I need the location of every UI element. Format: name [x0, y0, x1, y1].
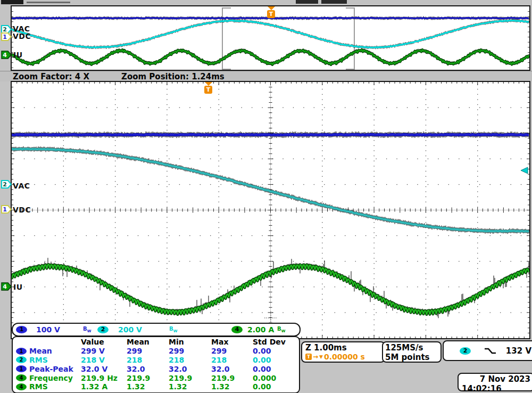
measurement-std: 0.00 [253, 365, 299, 373]
zoom-label-vac: VAC [13, 182, 30, 190]
measurement-min: 218 [169, 356, 211, 364]
horizontal-settings-box[interactable]: Z 1.00ms T→▼0.00000 s [301, 341, 385, 363]
ch1-badge: 1 [16, 365, 27, 372]
trigger-position-readout: T→▼0.00000 s [305, 353, 381, 361]
header-bar [0, 0, 532, 5]
time-value: 14:02:16 [462, 384, 530, 393]
ch4-position-marker[interactable]: 4 [1, 282, 12, 291]
zoom-waveform-panel[interactable]: T [11, 81, 530, 339]
oscilloscope-screen: T 2 1 4 VAC VDC IU Zoom Factor: 4 X Zoom… [0, 0, 532, 393]
measurement-std: 0.00 [253, 347, 299, 355]
ch4-badge: 4 [16, 374, 27, 381]
measurement-value: 299 V [81, 347, 127, 355]
col-mean: Mean [127, 338, 169, 346]
trigger-source-badge: 2 [460, 347, 471, 355]
ch1-position-marker[interactable]: 1 [1, 32, 12, 41]
measurement-max: 32.0 [211, 365, 253, 373]
measurement-std: 0.00 [253, 356, 299, 364]
ch4-tag-digit: 4 [3, 52, 7, 59]
measurement-row-name[interactable]: 2RMS [14, 356, 81, 364]
measurement-std: 0.00 [253, 382, 299, 391]
col-std: Std Dev [253, 338, 299, 346]
trigger-t-icon: T [305, 354, 312, 360]
trigger-position-icon[interactable] [205, 82, 212, 86]
measurement-min: 299 [169, 347, 211, 355]
zoom-scale-readout: Z 1.00ms [305, 343, 381, 353]
ch1-badge: 1 [16, 348, 27, 355]
zoom-factor-label: Zoom Factor: 4 X [13, 72, 89, 81]
ch1-tag-digit: 1 [3, 206, 7, 213]
measurement-mean: 219.9 [127, 374, 169, 382]
measurement-std: 0.000 [253, 374, 299, 382]
sample-rate: 125MS/s [385, 343, 438, 353]
zoom-waveforms [12, 82, 529, 338]
triangle-down-icon: ▼ [319, 354, 323, 359]
ch4-tag-digit: 4 [3, 283, 7, 290]
ch2-badge[interactable]: 2 [97, 326, 109, 333]
ch2-position-marker[interactable]: 2 [1, 180, 12, 189]
zoom-label-vdc: VDC [13, 206, 31, 214]
datetime-box[interactable]: 7 Nov 2023 14:02:16 [458, 373, 532, 391]
measurement-mean: 299 [127, 347, 169, 355]
header-clipped-text [296, 0, 318, 4]
ch1-tag-digit: 1 [3, 34, 7, 40]
col-min: Min [169, 338, 211, 346]
measurement-value: 219.9 Hz [81, 374, 127, 382]
measurement-max: 1.32 [211, 382, 253, 391]
ch2-scale[interactable]: 200 V [118, 325, 142, 334]
trigger-position-icon[interactable] [268, 6, 275, 10]
ch4-bandwidth-icon: BW [277, 326, 285, 333]
measurement-row-name[interactable]: 1Peak-Peak [14, 365, 81, 373]
measurement-min: 1.32 [169, 382, 211, 391]
channel-scale-readout: 1 100 V BW 2 200 V BW 4 2.00 A BW [12, 323, 301, 337]
ch1-badge[interactable]: 1 [16, 326, 27, 333]
measurement-value: 1.32 A [81, 382, 127, 391]
measurement-mean: 1.32 [127, 382, 169, 391]
measurement-min: 32.0 [169, 365, 211, 373]
falling-edge-icon [484, 347, 497, 355]
measurement-row-name[interactable]: 4RMS [14, 382, 81, 391]
measurement-max: 219.9 [211, 374, 253, 382]
trigger-level-arrow[interactable] [520, 167, 528, 174]
zoom-position-label: Zoom Position: 1.24ms [121, 72, 225, 81]
trigger-position-marker[interactable]: T [267, 10, 275, 18]
overview-label-iu: IU [13, 51, 23, 59]
arrow-right-icon: → [313, 353, 318, 361]
measurement-mean: 32.0 [127, 365, 169, 373]
ch1-position-marker[interactable]: 1 [1, 205, 12, 214]
measurement-row-name[interactable]: 4Frequency [14, 374, 81, 382]
header-clipped-text [1, 0, 23, 4]
col-max: Max [211, 338, 253, 346]
measurement-min: 219.9 [169, 374, 211, 382]
measurement-table[interactable]: Value Mean Min Max Std Dev 1Mean 299 V 2… [12, 336, 300, 393]
overview-waveform-panel[interactable]: T [11, 5, 530, 71]
acquisition-box[interactable]: 125MS/s 5M points [382, 341, 442, 363]
ch1-bandwidth-icon: BW [83, 326, 91, 333]
measurement-mean: 218 [127, 356, 169, 364]
ch4-scale[interactable]: 2.00 A [247, 325, 274, 334]
ch4-badge[interactable]: 4 [231, 326, 243, 333]
zoom-label-iu: IU [13, 283, 23, 291]
measurement-max: 299 [211, 347, 253, 355]
ch1-scale[interactable]: 100 V [36, 325, 60, 334]
measurement-value: 218 V [81, 356, 127, 364]
trigger-level-value: 132 V [506, 346, 531, 356]
ch2-tag-digit: 2 [3, 181, 7, 188]
ch2-bandwidth-icon: BW [169, 326, 177, 333]
record-length: 5M points [385, 353, 438, 362]
trigger-settings-box[interactable]: 2 132 V [443, 340, 532, 361]
header-clipped-text [27, 2, 70, 3]
ch4-badge: 4 [16, 383, 27, 390]
measurement-row-name[interactable]: 1Mean [14, 347, 81, 355]
measurement-value: 32.0 V [81, 365, 127, 373]
overview-label-vdc: VDC [13, 32, 31, 40]
trigger-position-marker[interactable]: T [204, 86, 212, 94]
zoom-info-bar: Zoom Factor: 4 X Zoom Position: 1.24ms [0, 71, 532, 81]
ch2-badge: 2 [16, 356, 27, 363]
measurement-max: 218 [211, 356, 253, 364]
header-clipped-text [321, 0, 347, 4]
trigger-position-value: 0.00000 s [324, 353, 365, 361]
ch4-position-marker[interactable]: 4 [1, 51, 12, 59]
date-value: 7 Nov 2023 [462, 374, 530, 384]
col-value: Value [81, 338, 127, 346]
